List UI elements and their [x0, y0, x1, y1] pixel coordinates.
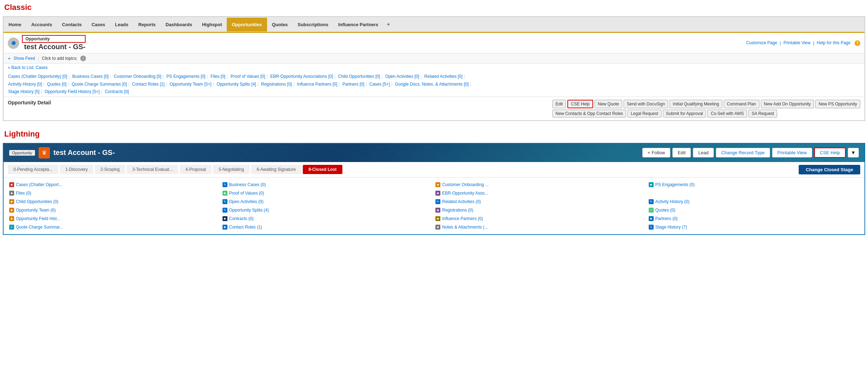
classic-nav: Home Accounts Contacts Cases Leads Repor… — [4, 17, 864, 33]
stage-8-active[interactable]: 8-Closed Lost — [303, 165, 342, 174]
back-to-list-link[interactable]: « Back to List: Cases — [8, 65, 48, 70]
child-opp-icon: ■ — [9, 199, 14, 204]
list-item[interactable]: Z Quote Charge Summar... — [9, 224, 220, 231]
list-item[interactable]: ■ EBR-Opportunity Asso... — [435, 190, 646, 197]
link-google-docs[interactable]: Google Docs, Notes, & Attachments [0] — [395, 82, 469, 87]
link-influence-partners[interactable]: Influence Partners [0] — [297, 82, 337, 87]
link-business-cases[interactable]: Business Cases [0] — [72, 74, 109, 79]
list-item[interactable]: ■ Cases (Chatter Opport... — [9, 181, 220, 188]
stage-6[interactable]: 6-Awaiting Signature — [251, 165, 302, 174]
lightning-printable-view-button[interactable]: Printable View — [772, 148, 812, 157]
command-plan-button[interactable]: Command Plan — [724, 100, 759, 108]
list-item[interactable]: ■ Contracts (0) — [222, 215, 433, 222]
link-ps-engagements[interactable]: PS Engagements [0] — [167, 74, 206, 79]
new-add-on-opportunity-button[interactable]: New Add On Opportunity — [761, 100, 814, 108]
new-contacts-opp-button[interactable]: New Contacts & Opp Contact Roles — [552, 110, 626, 117]
submit-for-approval-button[interactable]: Submit for Approval — [663, 110, 706, 117]
lead-button[interactable]: Lead — [693, 148, 714, 157]
link-partners[interactable]: Partners [0] — [342, 82, 364, 87]
list-item[interactable]: ■ Notes & Attachments (... — [435, 224, 646, 231]
link-stage-history[interactable]: Stage History [5] — [8, 89, 40, 94]
lightning-edit-button[interactable]: Edit — [672, 148, 691, 157]
link-quotes[interactable]: Quotes [0] — [47, 82, 66, 87]
nav-plus[interactable]: + — [383, 17, 394, 32]
nav-item-influence-partners[interactable]: Influence Partners — [333, 18, 383, 31]
list-item[interactable]: ✎ Opportunity Splits (4) — [222, 207, 433, 214]
nav-item-cases[interactable]: Cases — [87, 18, 110, 31]
nav-item-subscriptions[interactable]: Subscriptions — [293, 18, 333, 31]
business-cases-label: Business Cases (0) — [229, 182, 266, 187]
list-item[interactable]: ✎ Related Activities (0) — [435, 198, 646, 205]
proof-of-values-icon: ■ — [222, 191, 227, 196]
link-quote-charge-summaries[interactable]: Quote Charge Summaries [0] — [72, 82, 127, 87]
stage-5[interactable]: 5-Negotiating — [213, 165, 249, 174]
link-opportunity-team[interactable]: Opportunity Team [5+] — [170, 82, 212, 87]
nav-item-contacts[interactable]: Contacts — [57, 18, 87, 31]
nav-item-accounts[interactable]: Accounts — [26, 18, 57, 31]
link-related-activities[interactable]: Related Activities [0] — [424, 74, 463, 79]
link-opp-field-history[interactable]: Opportunity Field History [5+] — [45, 89, 100, 94]
cse-help-button[interactable]: CSE Help — [567, 100, 593, 108]
link-contracts[interactable]: Contracts [0] — [105, 89, 129, 94]
follow-button[interactable]: + Follow — [642, 148, 670, 157]
nav-item-home[interactable]: Home — [4, 18, 26, 31]
legal-request-button[interactable]: Legal Request — [627, 110, 661, 117]
new-ps-opportunity-button[interactable]: New PS Opportunity — [815, 100, 860, 108]
show-feed-button[interactable]: Show Feed — [13, 56, 35, 61]
change-record-type-button[interactable]: Change Record Type — [716, 148, 770, 157]
list-item[interactable]: ■ Registrations (0) — [435, 207, 646, 214]
nav-item-highspot[interactable]: Highspot — [197, 18, 227, 31]
initial-qualifying-meeting-button[interactable]: Initial Qualifying Meeting — [670, 100, 722, 108]
list-item[interactable]: ■ Child Opportunities (0) — [9, 198, 220, 205]
link-files[interactable]: Files [0] — [210, 74, 225, 79]
list-item[interactable]: ■ Influence Partners (0) — [435, 215, 646, 222]
stage-0[interactable]: 0-Pending Accepta... — [8, 165, 58, 174]
list-item[interactable]: ■ Files (0) — [9, 190, 220, 197]
link-child-opportunities[interactable]: Child Opportunities [0] — [338, 74, 380, 79]
link-proof-of-values[interactable]: Proof of Values [0] — [231, 74, 265, 79]
list-item[interactable]: ■ Partners (0) — [649, 215, 859, 222]
customize-page-link[interactable]: Customize Page — [746, 40, 777, 45]
stage-4[interactable]: 4-Proposal — [180, 165, 212, 174]
list-item[interactable]: ■ PS Engagements (0) — [649, 181, 859, 188]
stage-3[interactable]: 3-Technical Evaluat... — [127, 165, 178, 174]
lightning-cse-help-button[interactable]: CSE Help — [814, 148, 846, 158]
list-item[interactable]: ■ Contact Roles (1) — [222, 224, 433, 231]
change-closed-stage-button[interactable]: Change Closed Stage — [799, 165, 860, 174]
list-item[interactable]: ✎ Activity History (0) — [649, 198, 859, 205]
list-item[interactable]: ✎ Open Activities (0) — [222, 198, 433, 205]
link-registrations[interactable]: Registrations [0] — [261, 82, 292, 87]
link-cases-5plus[interactable]: Cases [5+] — [369, 82, 390, 87]
list-item[interactable]: ■ Customer Onboarding ... — [435, 181, 646, 188]
list-item[interactable]: ✓ Quotes (0) — [649, 207, 859, 214]
sa-request-button[interactable]: SA Request — [748, 110, 777, 117]
link-open-activities[interactable]: Open Activities [0] — [385, 74, 419, 79]
co-sell-aws-button[interactable]: Co-Sell with AWS — [707, 110, 747, 117]
help-link[interactable]: Help for this Page — [817, 40, 850, 45]
stage-1[interactable]: 1-Discovery — [60, 165, 93, 174]
link-cases-chatter[interactable]: Cases (Chatter Opportunity) [0] — [8, 74, 67, 79]
edit-button[interactable]: Edit — [552, 100, 566, 108]
nav-item-quotes[interactable]: Quotes — [267, 18, 293, 31]
dropdown-button[interactable]: ▼ — [848, 148, 859, 157]
nav-item-dashboards[interactable]: Dashboards — [161, 18, 197, 31]
link-opportunity-splits[interactable]: Opportunity Splits [4] — [216, 82, 256, 87]
stage-2[interactable]: 2-Scoping — [95, 165, 125, 174]
nav-item-leads[interactable]: Leads — [110, 18, 133, 31]
list-item[interactable]: ✎ Stage History (7) — [649, 224, 859, 231]
printable-view-link[interactable]: Printable View — [783, 40, 811, 45]
link-customer-onboarding[interactable]: Customer Onboarding [0] — [114, 74, 161, 79]
new-quote-button[interactable]: New Quote — [595, 100, 622, 108]
link-activity-history[interactable]: Activity History [0] — [8, 82, 42, 87]
list-item[interactable]: ✎ Business Cases (0) — [222, 181, 433, 188]
list-item[interactable]: ■ Opportunity Team (6) — [9, 207, 220, 214]
list-item[interactable]: ■ Proof of Values (0) — [222, 190, 433, 197]
link-ebr-associations[interactable]: EBR-Opportunity Associations [0] — [270, 74, 333, 79]
send-docusign-button[interactable]: Send with DocuSign — [624, 100, 668, 108]
nav-item-reports[interactable]: Reports — [133, 18, 161, 31]
lightning-header: Opportunity ♛ test Account - GS- + Follo… — [4, 144, 864, 162]
list-item[interactable]: ■ Opportunity Field Hist... — [9, 215, 220, 222]
nav-item-opportunities[interactable]: Opportunities — [227, 18, 267, 31]
link-contact-roles[interactable]: Contact Roles [1] — [132, 82, 164, 87]
classic-header-right: Customize Page | Printable View | Help f… — [745, 40, 860, 46]
